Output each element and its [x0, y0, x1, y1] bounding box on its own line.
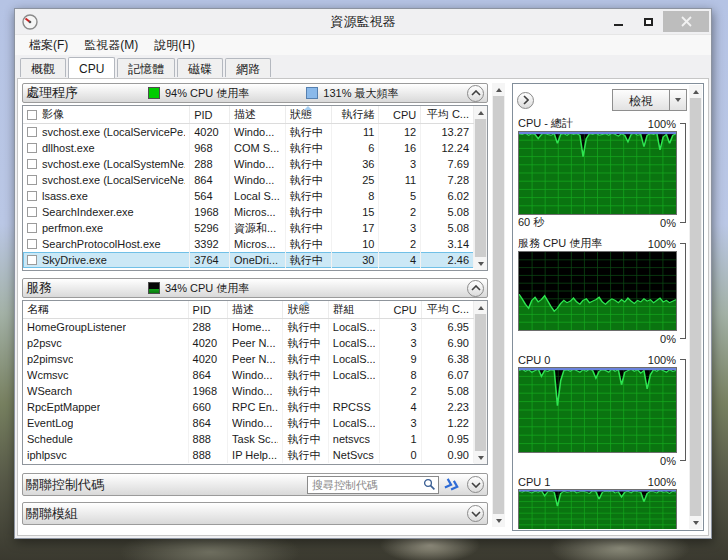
scrollbar-thumb[interactable]: [475, 119, 486, 257]
service-row[interactable]: WSearch 1968 Windo... 執行中 2 5.08: [23, 383, 474, 399]
chart-title: CPU 0: [518, 354, 550, 366]
process-image-cell: lsass.exe: [23, 188, 190, 204]
column-description[interactable]: 描述: [230, 106, 286, 123]
row-checkbox[interactable]: [27, 207, 37, 217]
maximize-button[interactable]: [633, 11, 663, 32]
services-table-body: HomeGroupListener 288 Home... 執行中 LocalS…: [23, 319, 474, 463]
tab-memory[interactable]: 記憶體: [117, 58, 175, 77]
close-button[interactable]: [663, 11, 709, 32]
process-description-cell: OneDri...: [230, 252, 286, 268]
select-all-checkbox[interactable]: [27, 110, 37, 120]
service-row[interactable]: Schedule 888 Task Sc... 執行中 netsvcs 1 0.…: [23, 431, 474, 447]
panel-collapse-button[interactable]: [517, 92, 534, 109]
scroll-down-button[interactable]: [492, 514, 505, 527]
row-checkbox[interactable]: [27, 223, 37, 233]
process-description-cell: Windo...: [230, 124, 286, 140]
process-status-cell: 執行中: [286, 220, 332, 236]
column-cpu[interactable]: CPU: [379, 106, 421, 123]
column-threads[interactable]: 執行緒: [332, 106, 380, 123]
modules-expand-button[interactable]: [467, 505, 484, 522]
scroll-up-button[interactable]: [492, 83, 505, 96]
cpu-total-graph: [518, 131, 677, 215]
scrollbar-thumb[interactable]: [475, 314, 486, 451]
menu-file[interactable]: 檔案(F): [21, 35, 76, 56]
process-row[interactable]: SkyDrive.exe 3764 OneDri... 執行中 30 4 2.4…: [23, 252, 474, 268]
process-row[interactable]: SearchProtocolHost.exe 3392 Micros... 執行…: [23, 236, 474, 252]
tab-cpu[interactable]: CPU: [68, 57, 115, 78]
row-checkbox[interactable]: [27, 159, 37, 169]
service-cpu-chart-block: 服務 CPU 使用率 100% 0%: [518, 236, 687, 346]
view-dropdown-arrow[interactable]: [669, 90, 686, 110]
search-handles-button[interactable]: [441, 476, 463, 494]
view-button[interactable]: 檢視: [612, 89, 687, 111]
row-checkbox[interactable]: [27, 175, 37, 185]
column-cpu[interactable]: CPU: [380, 301, 422, 318]
tab-network[interactable]: 網路: [225, 58, 271, 77]
service-row[interactable]: HomeGroupListener 288 Home... 執行中 LocalS…: [23, 319, 474, 335]
service-row[interactable]: p2psvc 4020 Peer N... 執行中 LocalS... 3 6.…: [23, 335, 474, 351]
scrollbar-thumb[interactable]: [493, 96, 504, 514]
process-row[interactable]: SearchIndexer.exe 1968 Micros... 執行中 15 …: [23, 204, 474, 220]
minimize-button[interactable]: [603, 11, 633, 32]
maximize-icon: [644, 18, 653, 26]
process-row[interactable]: svchost.exe (LocalServiceNe... 864 Windo…: [23, 172, 474, 188]
service-row[interactable]: Wcmsvc 864 Windo... 執行中 LocalS... 8 6.07: [23, 367, 474, 383]
service-description-cell: Peer N...: [228, 335, 283, 351]
column-description[interactable]: 描述: [228, 301, 283, 318]
row-checkbox[interactable]: [27, 255, 37, 265]
left-pane-scrollbar[interactable]: [492, 83, 505, 527]
services-collapse-button[interactable]: [467, 280, 484, 297]
process-row[interactable]: dllhost.exe 968 COM S... 執行中 6 16 12.24: [23, 140, 474, 156]
column-status[interactable]: 狀態: [286, 106, 332, 123]
scroll-up-button[interactable]: [474, 301, 487, 314]
service-name-cell: EventLog: [23, 415, 189, 431]
arrow-down-icon: [478, 262, 484, 266]
process-cpu-cell: 12: [379, 124, 421, 140]
service-average-cpu-cell: 6.95: [422, 319, 474, 335]
process-row[interactable]: perfmon.exe 5296 資源和... 執行中 17 3 5.08: [23, 220, 474, 236]
column-status[interactable]: 狀態: [283, 301, 328, 318]
scroll-up-button[interactable]: [474, 106, 487, 119]
column-pid[interactable]: PID: [189, 301, 229, 318]
scroll-up-button[interactable]: [689, 85, 702, 98]
column-pid[interactable]: PID: [190, 106, 230, 123]
services-table-scrollbar[interactable]: [474, 301, 487, 464]
process-row[interactable]: lsass.exe 564 Local S... 執行中 8 5 6.02: [23, 188, 474, 204]
service-group-cell: LocalS...: [329, 367, 380, 383]
process-description-cell: Windo...: [230, 156, 286, 172]
service-cpu-cell: 3: [380, 335, 422, 351]
column-image[interactable]: 影像: [23, 106, 190, 123]
service-row[interactable]: EventLog 864 Windo... 執行中 LocalS... 3 1.…: [23, 415, 474, 431]
menu-monitor[interactable]: 監視器(M): [76, 35, 146, 56]
service-cpu-graph: [518, 251, 677, 331]
menu-help[interactable]: 說明(H): [146, 35, 203, 56]
row-checkbox[interactable]: [27, 127, 37, 137]
scroll-down-button[interactable]: [474, 257, 487, 270]
tab-disk[interactable]: 磁碟: [177, 58, 223, 77]
process-pid-cell: 968: [190, 140, 230, 156]
scroll-down-button[interactable]: [474, 451, 487, 464]
column-average-cpu[interactable]: 平均 C...: [422, 301, 474, 318]
scroll-down-button[interactable]: [689, 516, 702, 529]
handle-search-input[interactable]: [312, 479, 423, 491]
graphs-panel-scrollbar[interactable]: [689, 85, 702, 529]
row-checkbox[interactable]: [27, 143, 37, 153]
service-row[interactable]: p2pimsvc 4020 Peer N... 執行中 LocalS... 9 …: [23, 351, 474, 367]
process-row[interactable]: svchost.exe (LocalSystemNe... 288 Windo.…: [23, 156, 474, 172]
handles-expand-button[interactable]: [467, 476, 484, 493]
tab-overview[interactable]: 概觀: [20, 58, 66, 77]
row-checkbox[interactable]: [27, 191, 37, 201]
processes-table-scrollbar[interactable]: [474, 106, 487, 270]
scrollbar-thumb[interactable]: [690, 98, 701, 516]
service-description-cell: RPC En...: [228, 399, 283, 415]
processes-collapse-button[interactable]: [467, 85, 484, 102]
service-row[interactable]: RpcEptMapper 660 RPC En... 執行中 RPCSS 4 2…: [23, 399, 474, 415]
row-checkbox[interactable]: [27, 239, 37, 249]
column-name[interactable]: 名稱: [23, 301, 189, 318]
process-cpu-cell: 3: [379, 220, 421, 236]
process-row[interactable]: svchost.exe (LocalServicePe... 4020 Wind…: [23, 124, 474, 140]
column-group[interactable]: 群組: [329, 301, 380, 318]
process-cpu-cell: 3: [379, 156, 421, 172]
service-row[interactable]: iphlpsvc 888 IP Help... 執行中 NetSvcs 0 0.…: [23, 447, 474, 463]
column-average-cpu[interactable]: 平均 C...: [421, 106, 474, 123]
